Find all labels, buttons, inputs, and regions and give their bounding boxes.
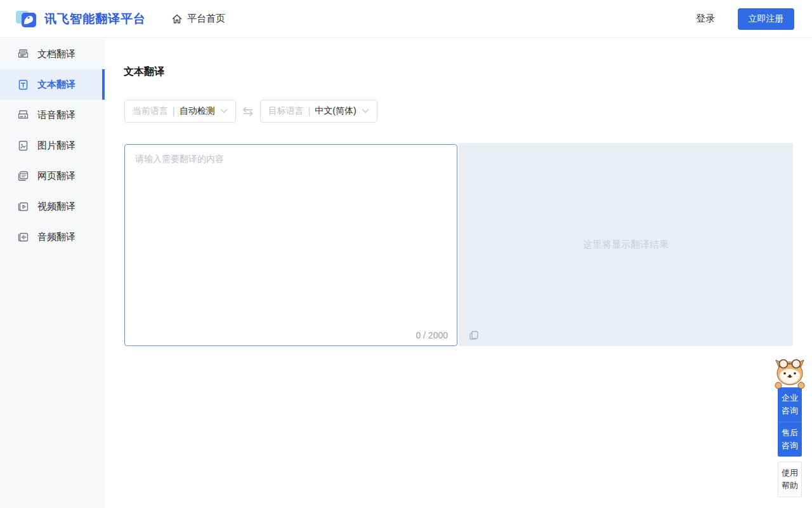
- webpage-translate-icon: [16, 170, 29, 182]
- char-count: 0 / 2000: [416, 330, 448, 340]
- sidebar-item-label: 语音翻译: [37, 109, 75, 121]
- sidebar-item-label: 网页翻译: [37, 170, 75, 182]
- aftersales-consult-button[interactable]: 售后咨询: [778, 422, 802, 457]
- header-actions: 登录 立即注册: [696, 8, 794, 30]
- sidebar-item-webpage-translate[interactable]: 网页翻译: [0, 161, 105, 191]
- copy-result-icon[interactable]: [468, 330, 480, 341]
- app-logo-icon: [14, 7, 38, 31]
- image-translate-icon: [16, 139, 29, 152]
- sidebar-item-label: 图片翻译: [37, 140, 75, 152]
- target-language-label: 目标语言: [268, 105, 304, 117]
- sidebar-item-label: 文档翻译: [37, 48, 75, 60]
- swap-languages-icon[interactable]: ⇆: [236, 104, 260, 119]
- home-label: 平台首页: [187, 13, 225, 25]
- sidebar-item-text-translate[interactable]: 文本翻译: [0, 69, 105, 100]
- enterprise-consult-button[interactable]: 企业咨询: [778, 387, 802, 422]
- page-title: 文本翻译: [124, 65, 164, 79]
- sidebar-item-label: 音频翻译: [37, 231, 75, 243]
- brand-logo[interactable]: 讯飞智能翻译平台: [14, 7, 146, 31]
- target-language-select[interactable]: 目标语言 | 中文(简体): [260, 100, 377, 123]
- usage-help-button[interactable]: 使用帮助: [778, 462, 802, 497]
- separator: |: [173, 106, 175, 116]
- sidebar-item-label: 视频翻译: [37, 201, 75, 213]
- translation-platform-page: 讯飞智能翻译平台 平台首页 登录 立即注册 文档翻译 文本翻译: [0, 0, 812, 508]
- sidebar-item-document-translate[interactable]: 文档翻译: [0, 39, 105, 69]
- floating-contact-widget: 企业咨询 售后咨询 使用帮助: [773, 358, 806, 497]
- mascot-dog-icon: [773, 358, 806, 389]
- audio-translate-icon: [16, 231, 29, 243]
- brand-title: 讯飞智能翻译平台: [44, 11, 146, 27]
- source-text-panel: 0 / 2000: [124, 144, 457, 346]
- home-icon: [171, 13, 183, 25]
- sidebar-item-video-translate[interactable]: 视频翻译: [0, 191, 105, 222]
- chevron-down-icon: [362, 109, 369, 114]
- source-language-select[interactable]: 当前语言 | 自动检测: [124, 100, 236, 123]
- sidebar-item-image-translate[interactable]: 图片翻译: [0, 130, 105, 161]
- target-language-value: 中文(简体): [315, 105, 356, 117]
- source-language-label: 当前语言: [133, 105, 168, 117]
- video-translate-icon: [16, 200, 29, 213]
- chevron-down-icon: [220, 109, 228, 114]
- home-nav[interactable]: 平台首页: [171, 13, 225, 25]
- sidebar-item-label: 文本翻译: [37, 79, 75, 91]
- login-link[interactable]: 登录: [696, 13, 715, 25]
- language-selector-row: 当前语言 | 自动检测 ⇆ 目标语言 | 中文(简体): [124, 100, 377, 123]
- sidebar: 文档翻译 文本翻译 语音翻译 图片翻译 网页翻译: [0, 39, 105, 508]
- result-placeholder-text: 这里将显示翻译结果: [459, 239, 793, 251]
- separator: |: [308, 106, 311, 116]
- source-text-input[interactable]: [125, 145, 457, 320]
- register-button[interactable]: 立即注册: [738, 8, 794, 30]
- translation-result-panel: 这里将显示翻译结果: [459, 143, 793, 346]
- header: 讯飞智能翻译平台 平台首页 登录 立即注册: [0, 0, 812, 38]
- sidebar-item-audio-translate[interactable]: 音频翻译: [0, 222, 105, 252]
- sidebar-item-voice-translate[interactable]: 语音翻译: [0, 100, 105, 130]
- source-language-value: 自动检测: [180, 105, 215, 117]
- document-translate-icon: [16, 48, 29, 60]
- text-translate-icon: [16, 78, 29, 91]
- voice-translate-icon: [16, 109, 29, 121]
